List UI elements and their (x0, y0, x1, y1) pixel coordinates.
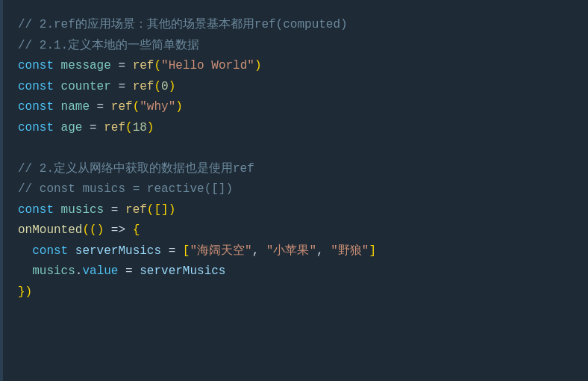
code-editor: // 2.ref的应用场景：其他的场景基本都用ref(computed) // … (0, 0, 588, 381)
fn-ref: ref (104, 118, 125, 139)
str1: "海阔天空" (190, 241, 251, 262)
equals: = (104, 200, 125, 221)
code-line-9: // const musics = reactive([]) (18, 179, 570, 200)
paren-close: ) (147, 118, 154, 139)
indent (18, 261, 32, 282)
comment-text: // 2.ref的应用场景：其他的场景基本都用ref(computed) (18, 15, 348, 36)
fn-ref: ref (133, 77, 154, 98)
string-val: "why" (140, 97, 175, 118)
keyword-const: const (18, 56, 61, 77)
left-border (0, 0, 3, 381)
bracket-open: [ (183, 241, 190, 262)
equals: = (161, 241, 183, 262)
var-counter: counter (61, 77, 111, 98)
musics-val: musics (32, 261, 75, 282)
comment-text: // const musics = reactive([]) (18, 179, 233, 200)
code-line-6: const age = ref(18) (18, 118, 570, 139)
comma1: , (252, 241, 266, 262)
keyword-const: const (18, 77, 61, 98)
fn-ref: ref (125, 200, 147, 221)
bracket-close: ] (161, 200, 169, 221)
brace-close: } (18, 282, 25, 303)
paren-open: ( (154, 77, 161, 98)
code-line-8: // 2.定义从网络中获取的数据也是使用ref (18, 159, 570, 180)
arrow: => (104, 220, 132, 241)
equals: = (111, 77, 133, 98)
dot: . (75, 261, 83, 282)
bracket-close: ] (369, 241, 376, 262)
fn-ref: ref (111, 97, 133, 118)
paren-close: ) (169, 77, 176, 98)
value-prop: value (82, 261, 118, 282)
paren-open: ( (147, 200, 154, 221)
code-line-13: musics.value = serverMusics (18, 261, 570, 282)
var-name: name (61, 97, 90, 118)
paren-open: ( (133, 97, 140, 118)
paren-close: ) (254, 56, 262, 77)
keyword-const: const (18, 97, 61, 118)
var-message: message (61, 56, 111, 77)
code-line-3: const message = ref("Hello World") (18, 56, 570, 77)
var-musics: musics (61, 200, 104, 221)
paren-open2: ( (90, 220, 97, 241)
paren-close-final: ) (25, 282, 33, 303)
indent-pipe (18, 241, 32, 262)
paren-close: ) (169, 200, 176, 221)
comment-text: // 2.定义从网络中获取的数据也是使用ref (18, 159, 254, 180)
code-line-10: const musics = ref([]) (18, 200, 570, 221)
number-val: 0 (161, 77, 169, 98)
equals: = (90, 97, 111, 118)
str2: "小苹果" (266, 241, 316, 262)
paren-open: ( (82, 220, 90, 241)
paren-close2: ) (97, 220, 104, 241)
string-val: "Hello World" (161, 56, 254, 77)
brace-open: { (133, 220, 140, 241)
keyword-const: const (18, 200, 61, 221)
code-line-2: // 2.1.定义本地的一些简单数据 (18, 36, 570, 57)
paren-close: ) (175, 97, 183, 118)
paren-open: ( (125, 118, 133, 139)
code-line-4: const counter = ref(0) (18, 77, 570, 98)
number-val: 18 (133, 118, 147, 139)
bracket-open: [ (154, 200, 161, 221)
paren-open: ( (154, 56, 161, 77)
var-age: age (61, 118, 83, 139)
str3: "野狼" (331, 241, 369, 262)
keyword-const: const (18, 118, 61, 139)
code-line-11: onMounted(() => { (18, 220, 570, 241)
equals: = (118, 261, 140, 282)
code-line-1: // 2.ref的应用场景：其他的场景基本都用ref(computed) (18, 15, 570, 36)
keyword-const: const (32, 241, 75, 262)
code-line-14: }) (18, 282, 570, 303)
equals: = (82, 118, 104, 139)
fn-ref: ref (133, 56, 154, 77)
code-line-12: const serverMusics = ["海阔天空", "小苹果", "野狼… (18, 241, 570, 262)
fn-onmounted: onMounted (18, 220, 82, 241)
server-musics-ref: serverMusics (140, 261, 225, 282)
comma2: , (316, 241, 331, 262)
code-line-7 (18, 138, 570, 159)
var-servermusics: serverMusics (75, 241, 161, 262)
code-line-5: const name = ref("why") (18, 97, 570, 118)
comment-text: // 2.1.定义本地的一些简单数据 (18, 36, 199, 57)
equals: = (111, 56, 133, 77)
